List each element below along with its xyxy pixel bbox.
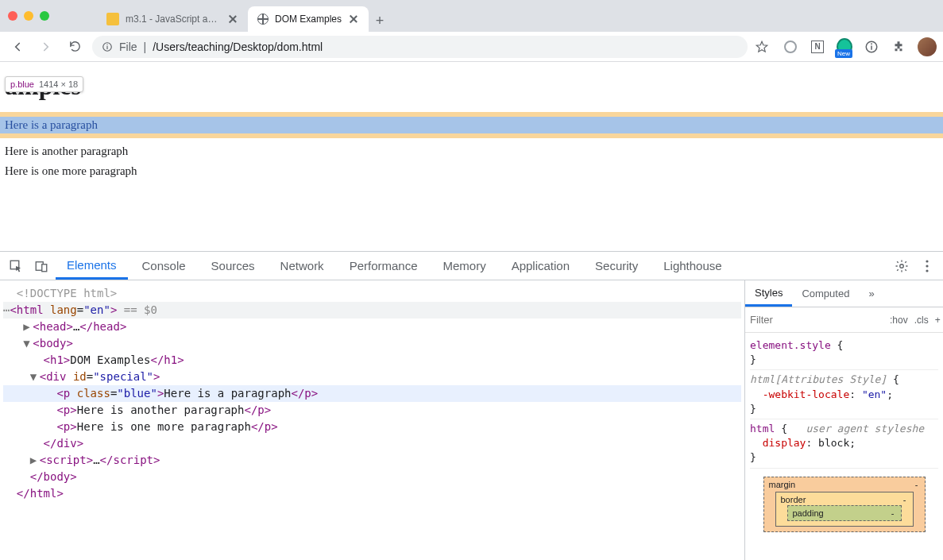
div-close[interactable]: </div>: [3, 435, 741, 452]
url-field[interactable]: File | /Users/teaching/Desktop/dom.html: [92, 36, 748, 58]
inspect-element-icon[interactable]: [5, 255, 27, 277]
cls-toggle[interactable]: .cls: [914, 315, 929, 326]
inspect-tooltip: p.blue 1414 × 18: [5, 76, 83, 92]
close-window-button[interactable]: [8, 11, 17, 21]
svg-point-5: [871, 43, 872, 44]
tab-memory[interactable]: Memory: [432, 252, 497, 280]
notion-icon[interactable]: N: [810, 39, 825, 55]
address-bar: File | /Users/teaching/Desktop/dom.html …: [0, 32, 943, 62]
doctype-line[interactable]: <!DOCTYPE html>: [3, 285, 741, 302]
extensions-puzzle-icon[interactable]: [891, 39, 906, 55]
svg-point-2: [106, 44, 107, 44]
device-toggle-icon[interactable]: [30, 255, 52, 277]
devtools-panel: Elements Console Sources Network Perform…: [0, 251, 943, 560]
svg-point-11: [926, 265, 928, 267]
p2-element[interactable]: <p>Here is another paragraph</p>: [3, 402, 741, 419]
browser-tabs: m3.1 - JavaScript and the DOM DOM Exampl…: [97, 0, 391, 32]
rule-element-style[interactable]: element.style {}: [750, 336, 938, 370]
info-extension-icon[interactable]: [864, 39, 879, 55]
highlight-content: Here is a paragraph: [0, 117, 943, 133]
window-titlebar: m3.1 - JavaScript and the DOM DOM Exampl…: [0, 0, 943, 32]
html-close[interactable]: </html>: [3, 485, 741, 502]
reload-button[interactable]: [64, 36, 86, 58]
paragraph-2: Here is another paragraph: [5, 145, 938, 158]
body-element-open[interactable]: ▼<body>: [3, 335, 741, 352]
forward-button[interactable]: [35, 36, 57, 58]
tab-performance[interactable]: Performance: [338, 252, 429, 280]
grammarly-extension-icon[interactable]: New: [837, 39, 852, 55]
rule-html-ua[interactable]: html { user agent styleshe display: bloc…: [750, 419, 938, 469]
tab-slides[interactable]: m3.1 - JavaScript and the DOM: [97, 6, 248, 32]
traffic-lights: [8, 11, 49, 21]
more-menu-icon[interactable]: [916, 255, 938, 277]
styles-pane: Styles Computed » :hov .cls + element.st…: [744, 280, 943, 560]
styles-filter-bar: :hov .cls +: [745, 307, 943, 333]
back-button[interactable]: [6, 36, 29, 58]
paragraph-blue: Here is a paragraph: [5, 118, 938, 132]
tab-title: m3.1 - JavaScript and the DOM: [126, 14, 221, 25]
tab-elements[interactable]: Elements: [56, 252, 128, 280]
svg-rect-8: [42, 264, 47, 271]
settings-gear-icon[interactable]: [891, 255, 913, 277]
url-scheme: File: [119, 41, 137, 53]
add-rule-button[interactable]: +: [935, 315, 941, 326]
slides-icon: [106, 13, 119, 25]
box-model-border: border - padding -: [775, 492, 914, 527]
tab-console[interactable]: Console: [131, 252, 197, 280]
html-element[interactable]: ⋯<html lang="en"> == $0: [3, 302, 741, 319]
globe-icon: [257, 14, 269, 25]
svg-point-9: [900, 264, 904, 268]
page-heading: amples: [5, 71, 943, 101]
maximize-window-button[interactable]: [40, 11, 49, 21]
extension-circle-icon[interactable]: [783, 39, 798, 55]
info-icon: [102, 41, 113, 52]
styles-tabs: Styles Computed »: [745, 280, 943, 307]
body-close[interactable]: </body>: [3, 469, 741, 485]
profile-avatar[interactable]: [918, 37, 937, 56]
styles-rules[interactable]: element.style {} html[Attributes Style] …: [745, 333, 943, 560]
svg-point-10: [926, 260, 928, 262]
devtools-body: <!DOCTYPE html> ⋯<html lang="en"> == $0 …: [0, 280, 943, 560]
page-viewport: p.blue 1414 × 18 amples Here is a paragr…: [0, 62, 943, 251]
rule-html-attrs[interactable]: html[Attributes Style] { -webkit-locale:…: [750, 370, 938, 419]
tab-computed[interactable]: Computed: [792, 280, 859, 307]
new-tab-button[interactable]: +: [369, 10, 391, 32]
url-path: /Users/teaching/Desktop/dom.html: [153, 41, 323, 53]
toolbar-icons: N New: [783, 37, 937, 56]
head-element[interactable]: ▶<head>…</head>: [3, 319, 741, 335]
tab-styles[interactable]: Styles: [745, 280, 792, 307]
star-icon[interactable]: [754, 39, 770, 55]
tab-more[interactable]: »: [859, 280, 883, 307]
styles-filter-input[interactable]: [750, 314, 883, 326]
tab-title: DOM Examples: [275, 14, 342, 25]
tab-sources[interactable]: Sources: [200, 252, 266, 280]
script-element[interactable]: ▶<script>…</script>: [3, 452, 741, 469]
elements-tree[interactable]: <!DOCTYPE html> ⋯<html lang="en"> == $0 …: [0, 280, 744, 560]
paragraph-3: Here is one more paragraph: [5, 164, 938, 178]
box-model-margin: margin - border - padding -: [763, 477, 926, 532]
tab-lighthouse[interactable]: Lighthouse: [652, 252, 732, 280]
box-model-padding: padding -: [787, 505, 902, 521]
close-tab-icon[interactable]: [227, 14, 238, 25]
p-blue-element[interactable]: <p class="blue">Here is a paragraph</p>: [3, 385, 741, 402]
tab-network[interactable]: Network: [269, 252, 335, 280]
close-tab-icon[interactable]: [348, 14, 359, 25]
svg-point-12: [926, 269, 928, 272]
div-special-open[interactable]: ▼<div id="special">: [3, 369, 741, 385]
hov-toggle[interactable]: :hov: [890, 315, 908, 326]
highlight-margin: Here is a paragraph: [0, 112, 943, 138]
tab-application[interactable]: Application: [500, 252, 581, 280]
tab-security[interactable]: Security: [584, 252, 649, 280]
h1-element[interactable]: <h1>DOM Examples</h1>: [3, 352, 741, 369]
tooltip-dimensions: 1414 × 18: [39, 79, 78, 89]
tab-dom-examples[interactable]: DOM Examples: [248, 6, 369, 32]
tooltip-selector: p.blue: [10, 79, 34, 89]
p3-element[interactable]: <p>Here is one more paragraph</p>: [3, 419, 741, 435]
devtools-tabbar: Elements Console Sources Network Perform…: [0, 252, 943, 280]
box-model-diagram: margin - border - padding -: [763, 477, 926, 532]
minimize-window-button[interactable]: [24, 11, 33, 21]
